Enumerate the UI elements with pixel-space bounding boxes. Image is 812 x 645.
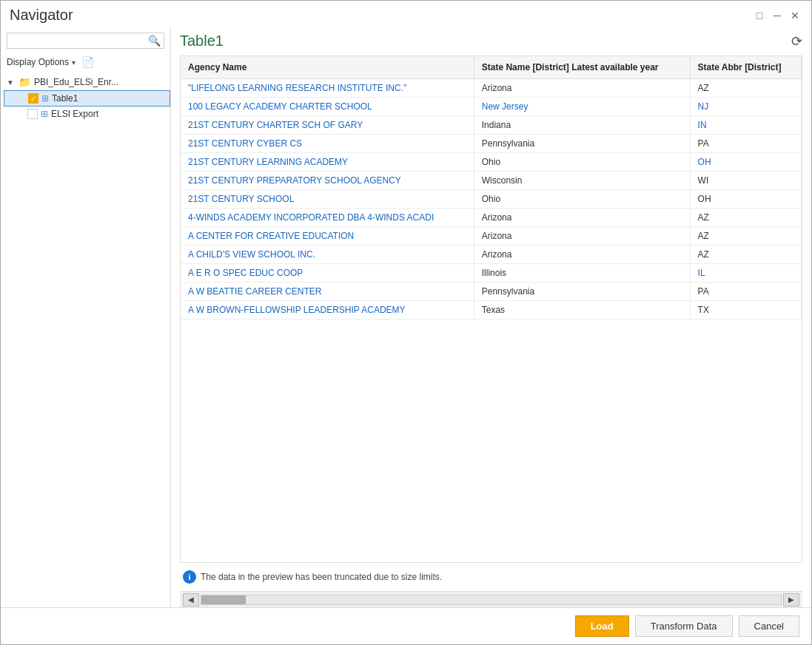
agency-cell: A CHILD'S VIEW SCHOOL INC. — [181, 246, 474, 264]
horizontal-scrollbar: ◀ ▶ — [180, 591, 802, 607]
col-state-abbr: State Abbr [District] — [690, 56, 801, 79]
table-row: A CENTER FOR CREATIVE EDUCATIONArizonaAZ — [181, 227, 802, 246]
state-name-cell: Wisconsin — [474, 172, 690, 190]
right-header: Table1 ⟳ — [180, 33, 802, 50]
agency-cell: 21ST CENTURY PREPARATORY SCHOOL AGENCY — [181, 172, 474, 190]
table-row: A CHILD'S VIEW SCHOOL INC.ArizonaAZ — [181, 246, 802, 264]
table-row: 21ST CENTURY SCHOOLOhioOH — [181, 190, 802, 209]
elsi-label: ELSI Export — [51, 109, 98, 119]
state-name-cell: Ohio — [474, 153, 690, 172]
agency-cell: 21ST CENTURY CYBER CS — [181, 135, 474, 153]
table-row: 21ST CENTURY PREPARATORY SCHOOL AGENCYWi… — [181, 172, 802, 190]
truncated-text: The data in the preview has been truncat… — [201, 572, 442, 582]
state-abbr-cell: IN — [690, 116, 801, 135]
state-abbr-cell: NJ — [690, 98, 801, 116]
cancel-button[interactable]: Cancel — [739, 615, 799, 637]
state-name-cell: Pennsylvania — [474, 135, 690, 153]
data-table: Agency Name State Name [District] Latest… — [181, 56, 802, 320]
agency-cell: 4-WINDS ACADEMY INCORPORATED DBA 4-WINDS… — [181, 209, 474, 227]
state-name-cell: Pennsylvania — [474, 283, 690, 301]
state-abbr-cell: WI — [690, 172, 801, 190]
state-name-cell: Arizona — [474, 79, 690, 98]
search-box: 🔍 — [7, 33, 164, 49]
state-name-cell: Texas — [474, 301, 690, 320]
state-abbr-cell: PA — [690, 283, 801, 301]
agency-cell: A W BEATTIE CAREER CENTER — [181, 283, 474, 301]
scroll-thumb[interactable] — [201, 595, 246, 604]
table1-label: Table1 — [52, 93, 78, 104]
state-name-cell: Arizona — [474, 246, 690, 264]
agency-cell: "LIFELONG LEARNING RESEARCH INSTITUTE IN… — [181, 79, 474, 98]
scroll-left-button[interactable]: ◀ — [183, 593, 199, 607]
search-icon: 🔍 — [148, 35, 161, 47]
folder-label: PBI_Edu_ELSi_Enr... — [34, 77, 118, 87]
state-abbr-cell: AZ — [690, 227, 801, 246]
refresh-icon-button[interactable]: 📄 — [81, 56, 94, 68]
state-abbr-cell: OH — [690, 190, 801, 209]
state-name-cell: New Jersey — [474, 98, 690, 116]
window-controls: □ ─ ✕ — [752, 8, 802, 23]
tree-expander: ▼ — [7, 78, 19, 87]
state-abbr-cell: IL — [690, 264, 801, 283]
table-body: "LIFELONG LEARNING RESEARCH INSTITUTE IN… — [181, 79, 802, 320]
data-table-container: Agency Name State Name [District] Latest… — [180, 55, 802, 563]
table-icon: ⊞ — [41, 93, 49, 104]
table-row: "LIFELONG LEARNING RESEARCH INSTITUTE IN… — [181, 79, 802, 98]
folder-icon: 📁 — [19, 76, 31, 88]
state-abbr-cell: AZ — [690, 209, 801, 227]
table-row: 21ST CENTURY CHARTER SCH OF GARYIndianaI… — [181, 116, 802, 135]
main-content: 🔍 Display Options ▾ 📄 ▼ 📁 PBI_Edu_ELSi_E… — [1, 27, 811, 607]
agency-cell: 21ST CENTURY SCHOOL — [181, 190, 474, 209]
load-button[interactable]: Load — [575, 615, 629, 637]
refresh-data-icon[interactable]: ⟳ — [791, 33, 802, 50]
table-row: A W BEATTIE CAREER CENTERPennsylvaniaPA — [181, 283, 802, 301]
state-abbr-cell: OH — [690, 153, 801, 172]
table-row: 21ST CENTURY LEARNING ACADEMYOhioOH — [181, 153, 802, 172]
table1-checkbox[interactable]: ✓ — [28, 93, 38, 104]
tree-area: ▼ 📁 PBI_Edu_ELSi_Enr... ✓ ⊞ Table1 ⊞ ELS… — [1, 74, 170, 601]
table-row: 4-WINDS ACADEMY INCORPORATED DBA 4-WINDS… — [181, 209, 802, 227]
minimize-button[interactable]: □ — [752, 8, 767, 23]
scroll-right-button[interactable]: ▶ — [783, 593, 799, 607]
tree-folder-item[interactable]: ▼ 📁 PBI_Edu_ELSi_Enr... — [4, 74, 170, 90]
truncated-notice: i The data in the preview has been trunc… — [180, 563, 802, 591]
elsi-checkbox[interactable] — [27, 109, 38, 119]
close-button[interactable]: ✕ — [788, 8, 802, 23]
scroll-track[interactable] — [201, 595, 782, 605]
tree-table1-item[interactable]: ✓ ⊞ Table1 — [4, 90, 170, 107]
agency-cell: 100 LEGACY ACADEMY CHARTER SCHOOL — [181, 98, 474, 116]
display-options-button[interactable]: Display Options ▾ — [7, 57, 76, 67]
state-abbr-cell: TX — [690, 301, 801, 320]
chevron-down-icon: ▾ — [72, 58, 76, 67]
state-abbr-cell: AZ — [690, 79, 801, 98]
agency-cell: A E R O SPEC EDUC COOP — [181, 264, 474, 283]
table-header-row: Agency Name State Name [District] Latest… — [181, 56, 802, 79]
footer: Load Transform Data Cancel — [1, 607, 811, 644]
search-input[interactable] — [10, 36, 148, 46]
display-options-row: Display Options ▾ 📄 — [1, 55, 170, 74]
elsi-table-icon: ⊞ — [41, 109, 48, 119]
state-abbr-cell: AZ — [690, 246, 801, 264]
window-title: Navigator — [10, 7, 73, 24]
right-panel: Table1 ⟳ Agency Name State Name [Distric… — [171, 27, 811, 607]
tree-elsi-item[interactable]: ⊞ ELSI Export — [4, 107, 170, 121]
state-name-cell: Arizona — [474, 227, 690, 246]
transform-data-button[interactable]: Transform Data — [635, 615, 733, 637]
col-agency-name: Agency Name — [181, 56, 474, 79]
table-row: 100 LEGACY ACADEMY CHARTER SCHOOLNew Jer… — [181, 98, 802, 116]
table-row: A W BROWN-FELLOWSHIP LEADERSHIP ACADEMYT… — [181, 301, 802, 320]
state-name-cell: Ohio — [474, 190, 690, 209]
left-panel: 🔍 Display Options ▾ 📄 ▼ 📁 PBI_Edu_ELSi_E… — [1, 27, 171, 607]
restore-button[interactable]: ─ — [770, 8, 785, 23]
right-title: Table1 — [180, 33, 224, 50]
state-name-cell: Indiana — [474, 116, 690, 135]
table-row: A E R O SPEC EDUC COOPIllinoisIL — [181, 264, 802, 283]
agency-cell: A CENTER FOR CREATIVE EDUCATION — [181, 227, 474, 246]
navigator-window: Navigator □ ─ ✕ 🔍 Display Options ▾ 📄 — [0, 0, 812, 645]
agency-cell: 21ST CENTURY LEARNING ACADEMY — [181, 153, 474, 172]
state-name-cell: Arizona — [474, 209, 690, 227]
refresh-icon: 📄 — [81, 56, 94, 68]
title-bar: Navigator □ ─ ✕ — [1, 1, 811, 27]
info-icon: i — [183, 570, 196, 584]
col-state-name: State Name [District] Latest available y… — [474, 56, 690, 79]
